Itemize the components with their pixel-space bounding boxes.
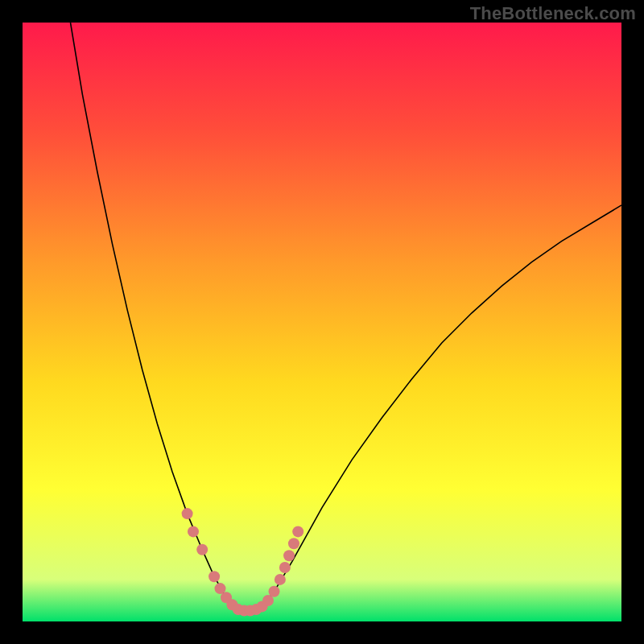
highlight-dot [288,538,299,549]
highlight-dot [188,526,199,537]
highlight-dot [269,586,280,597]
plot-area [23,23,621,621]
highlight-dot [292,526,303,537]
watermark-text: TheBottleneck.com [470,3,636,24]
highlight-dot [196,544,208,555]
highlight-dot [283,550,295,561]
highlight-dot [182,508,193,519]
highlight-dot [279,562,291,573]
highlight-dot [208,571,220,582]
gradient-bg [23,23,621,621]
bottleneck-chart [23,23,621,621]
chart-frame: TheBottleneck.com [0,0,644,644]
highlight-dot [275,574,286,585]
